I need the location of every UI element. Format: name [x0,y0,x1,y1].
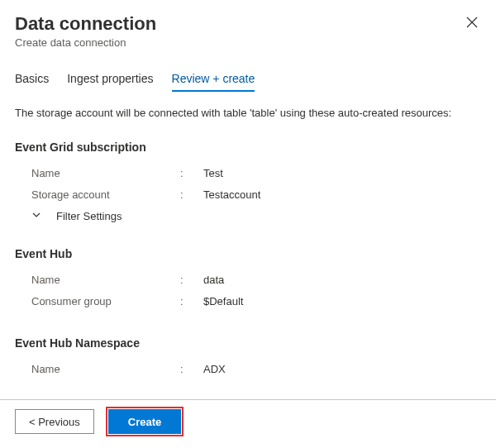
value-event-grid-storage: Testaccount [203,188,260,201]
info-text: The storage account will be connected wi… [15,107,481,119]
tab-bar: Basics Ingest properties Review + create [15,72,481,92]
value-event-hub-consumer: $Default [203,295,243,307]
value-event-hub-name: data [203,274,224,286]
tab-ingest-properties[interactable]: Ingest properties [67,72,153,92]
tab-review-create[interactable]: Review + create [172,72,255,92]
label-namespace-name: Name [15,363,180,375]
page-subtitle: Create data connection [15,36,156,49]
close-icon [466,18,478,31]
footer-divider [0,399,496,400]
label-event-hub-name: Name [15,274,180,286]
value-event-grid-name: Test [203,167,223,179]
section-title-namespace: Event Hub Namespace [15,336,481,350]
row-event-grid-storage: Storage account : Testaccount [15,183,481,205]
row-namespace-name: Name : ADX [15,358,481,379]
row-event-hub-name: Name : data [15,269,481,290]
page-title: Data connection [15,13,156,35]
value-namespace-name: ADX [203,363,226,375]
section-title-event-hub: Event Hub [15,247,481,260]
create-button-highlight: Create [106,407,184,436]
chevron-down-icon [31,210,56,222]
section-title-event-grid: Event Grid subscription [15,141,481,154]
create-button[interactable]: Create [108,409,181,434]
row-event-hub-consumer: Consumer group : $Default [15,290,481,312]
label-event-grid-name: Name [15,167,180,179]
filter-settings-label: Filter Settings [56,210,122,222]
label-event-hub-consumer: Consumer group [15,295,180,307]
previous-button[interactable]: < Previous [15,409,94,434]
label-event-grid-storage: Storage account [15,188,180,201]
row-event-grid-name: Name : Test [15,162,481,183]
close-button[interactable] [463,13,481,34]
tab-basics[interactable]: Basics [15,72,49,92]
filter-settings-expander[interactable]: Filter Settings [15,210,481,222]
